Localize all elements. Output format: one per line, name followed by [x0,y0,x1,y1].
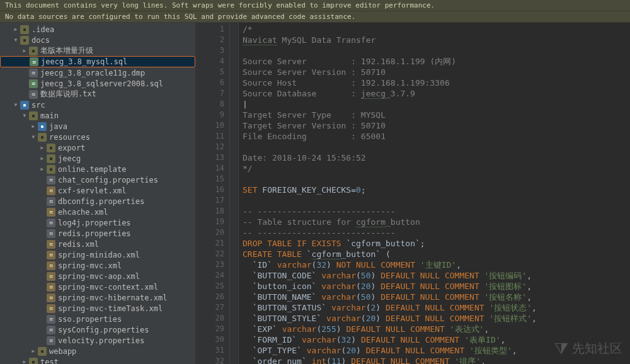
code-line[interactable]: Source Database : jeecg_3.7.9 [243,88,626,99]
code-line[interactable]: Target Server Type : MYSQL [243,110,626,120]
tree-item-online-template[interactable]: ▶▪online.template [0,164,195,174]
notification-bar: This document contains very long lines. … [0,0,630,23]
chevron-right-icon[interactable]: ▶ [39,145,45,151]
chevron-right-icon[interactable]: ▶ [30,123,37,130]
tree-item--[interactable]: ▶▪老版本增量升级 [0,45,195,56]
tree-item-webapp[interactable]: ▶▪webapp [0,346,195,356]
tree-item-spring-mvc-xml[interactable]: ≡spring-mvc.xml [0,260,195,271]
code-line[interactable]: Source Server : 192.168.1.199 (内网) [243,56,626,67]
tree-item-main[interactable]: ▼▪main [0,110,195,121]
chevron-down-icon[interactable]: ▼ [21,113,28,119]
code-line[interactable]: `BUTTON_STATUS` varchar(2) DEFAULT NULL … [243,302,626,313]
tree-item-chat-config-properties[interactable]: ≡chat_config.properties [0,174,195,185]
tree-item--idea[interactable]: ▶▪.idea [0,24,195,35]
code-line[interactable]: -- ---------------------------- [243,206,626,217]
chevron-down-icon[interactable]: ▼ [13,37,19,43]
tree-item-src[interactable]: ▼▪src [0,100,195,110]
tree-item-sso-properties[interactable]: ≡sso.properties [0,314,195,324]
project-tree[interactable]: ▶▪.idea▼▪docs▶▪老版本增量升级≡jeecg_3.8_mysql.s… [0,23,195,364]
code-line[interactable]: Source Server Version : 50710 [243,67,626,77]
chevron-right-icon[interactable]: ▶ [13,26,19,33]
prop-icon: ≡ [47,197,55,206]
tree-item-resources[interactable]: ▼▪resources [0,132,195,142]
xml-icon: ≡ [47,261,55,270]
code-line[interactable] [243,142,626,152]
tree-item-redis-xml[interactable]: ≡redis.xml [0,239,195,249]
tree-item-label: spring-mvc-hibernate.xml [58,293,167,302]
tree-item--txt[interactable]: ≡数据库说明.txt [0,89,195,100]
tree-item-label: src [32,101,45,110]
fold-column[interactable] [230,23,239,364]
code-line[interactable] [243,45,626,56]
tree-item-test[interactable]: ▶▪test [0,356,195,364]
tree-item-jeecg-3-8-sqlserver2008-sql[interactable]: ≡jeecg_3.8_sqlserver2008.sql [0,78,195,89]
tree-item-jeecg-3-8-mysql-sql[interactable]: ≡jeecg_3.8_mysql.sql [0,56,195,67]
prop-icon: ≡ [47,229,55,238]
tree-item-velocity-properties[interactable]: ≡velocity.properties [0,335,195,346]
tree-item-redis-properties[interactable]: ≡redis.properties [0,228,195,239]
chevron-right-icon[interactable]: ▶ [21,359,28,365]
prop-icon: ≡ [47,336,55,345]
code-line[interactable] [243,195,626,206]
code-editor[interactable]: 1234567891011121314151617181920212223242… [195,23,630,364]
code-line[interactable]: `BUTTON_CODE` varchar(50) DEFAULT NULL C… [243,270,626,281]
line-number: 22 [195,249,224,259]
code-line[interactable]: `BUTTON_NAME` varchar(50) DEFAULT NULL C… [243,292,626,302]
tree-item-sysconfig-properties[interactable]: ≡sysConfig.properties [0,324,195,335]
code-line[interactable]: Date: 2018-10-24 15:56:52 [243,152,626,163]
tree-item-ehcache-xml[interactable]: ≡ehcache.xml [0,207,195,217]
no-arrow [39,273,45,280]
tree-item-cxf-servlet-xml[interactable]: ≡cxf-servlet.xml [0,185,195,196]
line-number: 28 [195,313,224,324]
tree-item-spring-mvc-aop-xml[interactable]: ≡spring-mvc-aop.xml [0,271,195,282]
code-line[interactable]: */ [243,163,626,174]
chevron-right-icon[interactable]: ▶ [21,48,28,54]
code-line[interactable]: | [243,99,626,110]
code-line[interactable]: `ID` varchar(32) NOT NULL COMMENT '主键ID'… [243,259,626,270]
tree-item-jeecg-3-8-oracle11g-dmp[interactable]: ≡jeecg_3.8_oracle11g.dmp [0,67,195,78]
folder-src-icon: ▪ [38,122,47,131]
code-line[interactable]: `button_icon` varchar(20) DEFAULT NULL C… [243,281,626,292]
tree-item-spring-mvc-context-xml[interactable]: ≡spring-mvc-context.xml [0,282,195,292]
tree-item-label: main [40,111,59,120]
tree-item-label: java [49,122,67,131]
code-line[interactable]: DROP TABLE IF EXISTS `cgform_button`; [243,238,626,249]
code-line[interactable]: File Encoding : 65001 [243,131,626,142]
code-line[interactable]: /* [243,24,626,35]
chevron-down-icon[interactable]: ▼ [30,134,37,140]
code-line[interactable]: `EXP` varchar(255) DEFAULT NULL COMMENT … [243,324,626,334]
code-line[interactable]: `OPT_TYPE` varchar(20) DEFAULT NULL COMM… [243,345,626,356]
chevron-right-icon[interactable]: ▶ [39,166,45,173]
tree-item-docs[interactable]: ▼▪docs [0,35,195,45]
code-line[interactable] [243,174,626,185]
tree-item-spring-minidao-xml[interactable]: ≡spring-minidao.xml [0,249,195,260]
tree-item-dbconfig-properties[interactable]: ≡dbconfig.properties [0,196,195,207]
tree-item-jeecg[interactable]: ▶▪jeecg [0,153,195,164]
code-line[interactable]: Source Host : 192.168.1.199:3306 [243,77,626,88]
code-line[interactable]: `FORM_ID` varchar(32) DEFAULT NULL COMME… [243,334,626,345]
code-line[interactable]: SET FOREIGN_KEY_CHECKS=0; [243,185,626,195]
code-line[interactable]: CREATE TABLE `cgform_button` ( [243,249,626,259]
tree-item-java[interactable]: ▶▪java [0,121,195,132]
code-line[interactable]: Target Server Version : 50710 [243,120,626,131]
tree-item-spring-mvc-timetask-xml[interactable]: ≡spring-mvc-timeTask.xml [0,303,195,314]
chevron-right-icon[interactable]: ▶ [30,348,37,355]
tree-item-label: docs [32,36,50,45]
code-line[interactable]: Navicat MySQL Data Transfer [243,35,626,45]
code-line[interactable]: `order_num` int(11) DEFAULT NULL COMMENT… [243,356,626,364]
line-number: 17 [195,195,224,206]
tree-item-log4j-properties[interactable]: ≡log4j.properties [0,217,195,228]
chevron-right-icon[interactable]: ▶ [39,156,45,162]
code-line[interactable]: `BUTTON_STYLE` varchar(20) DEFAULT NULL … [243,313,626,324]
tree-item-spring-mvc-hibernate-xml[interactable]: ≡spring-mvc-hibernate.xml [0,292,195,303]
code-line[interactable]: -- Table structure for cgform_button [243,217,626,227]
tree-item-export[interactable]: ▶▪export [0,142,195,153]
tree-item-label: jeecg_3.8_mysql.sql [41,57,127,66]
tree-item-label: spring-mvc-timeTask.xml [58,304,163,313]
folder-icon: ▪ [29,358,38,365]
chevron-down-icon[interactable]: ▼ [13,102,19,108]
code-line[interactable]: -- ---------------------------- [243,227,626,238]
line-number: 18 [195,206,224,217]
code-content[interactable]: /*Navicat MySQL Data TransferSource Serv… [239,23,630,364]
line-number: 32 [195,356,224,364]
